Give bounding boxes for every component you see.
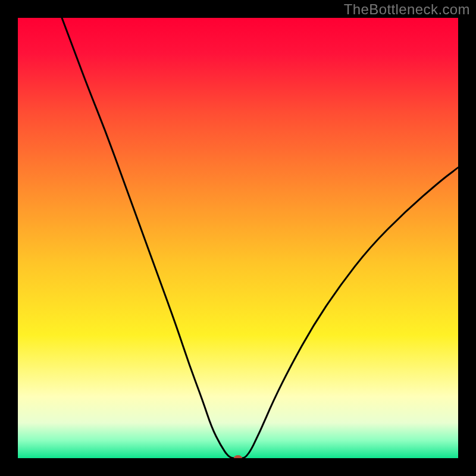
gradient-background xyxy=(18,18,458,458)
plot-area xyxy=(18,18,458,458)
bottleneck-chart xyxy=(18,18,458,458)
watermark-label: TheBottleneck.com xyxy=(344,1,470,18)
chart-frame: TheBottleneck.com xyxy=(0,0,476,476)
